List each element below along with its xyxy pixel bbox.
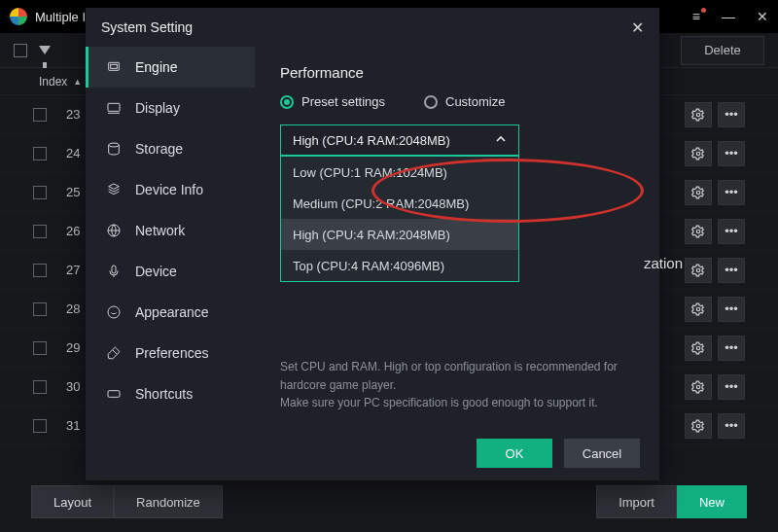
svg-rect-17 [108, 391, 120, 398]
sidebar-item-label: Network [135, 223, 185, 238]
network-icon [106, 223, 122, 238]
minimize-icon[interactable]: — [722, 10, 735, 23]
sidebar-item-storage[interactable]: Storage [86, 128, 255, 169]
sidebar-item-label: Device [135, 264, 177, 279]
performance-panel: Performance Preset settings Customize Hi… [255, 47, 659, 426]
sidebar-item-engine[interactable]: Engine [86, 47, 255, 88]
ok-button[interactable]: OK [477, 439, 552, 468]
row-checkbox[interactable] [33, 264, 47, 277]
modal-header: System Setting ✕ [86, 8, 659, 47]
radio-off-icon [424, 95, 438, 109]
gear-icon[interactable] [685, 336, 712, 361]
sidebar-item-label: Display [135, 100, 180, 116]
preset-dropdown: Low (CPU:1 RAM:1024MB)Medium (CPU:2 RAM:… [280, 156, 519, 282]
preset-combo[interactable]: High (CPU:4 RAM:2048MB) Low (CPU:1 RAM:1… [280, 124, 519, 156]
cancel-button[interactable]: Cancel [564, 439, 640, 468]
customize-radio[interactable]: Customize [424, 94, 505, 109]
row-checkbox[interactable] [33, 302, 47, 316]
modal-title: System Setting [101, 19, 193, 35]
display-icon [106, 100, 122, 116]
gear-icon[interactable] [685, 180, 712, 205]
sidebar-item-shortcuts[interactable]: Shortcuts [86, 373, 255, 414]
svg-point-13 [109, 143, 120, 147]
delete-button[interactable]: Delete [681, 36, 764, 65]
preset-radio[interactable]: Preset settings [280, 94, 385, 109]
dropdown-option[interactable]: Top (CPU:4 RAM:4096MB) [281, 250, 518, 281]
sidebar-item-display[interactable]: Display [86, 88, 255, 128]
sidebar-item-label: Device Info [135, 182, 203, 197]
sidebar-item-preferences[interactable]: Preferences [86, 333, 255, 373]
device-info-icon [106, 182, 122, 197]
settings-sidebar: EngineDisplayStorageDevice InfoNetworkDe… [86, 47, 255, 426]
svg-rect-15 [112, 266, 116, 273]
hamburger-icon[interactable]: ≡ [692, 10, 700, 23]
sort-asc-icon: ▲ [73, 77, 82, 87]
dropdown-option[interactable]: Medium (CPU:2 RAM:2048MB) [281, 188, 518, 219]
more-icon[interactable]: ••• [718, 413, 745, 439]
gear-icon[interactable] [685, 219, 712, 244]
more-icon[interactable]: ••• [718, 297, 745, 322]
gear-icon[interactable] [685, 374, 712, 400]
more-icon[interactable]: ••• [718, 258, 745, 283]
row-checkbox[interactable] [33, 225, 47, 238]
svg-point-7 [696, 385, 700, 389]
row-checkbox[interactable] [33, 341, 47, 355]
background-text-fragment: zation [644, 255, 683, 271]
gear-icon[interactable] [685, 413, 712, 439]
settings-modal: System Setting ✕ EngineDisplayStorageDev… [86, 8, 659, 480]
row-checkbox[interactable] [33, 380, 47, 394]
more-icon[interactable]: ••• [718, 374, 745, 400]
close-icon[interactable]: ✕ [757, 10, 768, 23]
new-button[interactable]: New [677, 485, 747, 518]
gear-icon[interactable] [685, 141, 712, 166]
panel-heading: Performance [280, 64, 634, 81]
modal-footer: OK Cancel [86, 426, 659, 480]
gear-icon[interactable] [685, 258, 712, 283]
storage-icon [106, 141, 122, 157]
import-button[interactable]: Import [596, 485, 677, 518]
chevron-up-icon [495, 133, 507, 148]
svg-rect-11 [108, 103, 120, 111]
sidebar-item-appearance[interactable]: Appearance [86, 292, 255, 333]
sidebar-item-label: Storage [135, 141, 183, 157]
modal-close-icon[interactable]: ✕ [631, 18, 644, 37]
row-checkbox[interactable] [33, 147, 47, 160]
radio-on-icon [280, 95, 294, 109]
svg-point-2 [696, 191, 700, 195]
sidebar-item-label: Engine [135, 59, 178, 75]
footer: Layout Randomize Import New [0, 483, 778, 520]
app-logo-icon [10, 8, 27, 25]
sidebar-item-network[interactable]: Network [86, 210, 255, 251]
row-checkbox[interactable] [33, 108, 47, 122]
randomize-button[interactable]: Randomize [114, 485, 223, 518]
svg-point-6 [696, 346, 700, 350]
more-icon[interactable]: ••• [718, 141, 745, 166]
device-icon [106, 264, 122, 279]
sidebar-item-device-info[interactable]: Device Info [86, 169, 255, 210]
dropdown-option[interactable]: High (CPU:4 RAM:2048MB) [281, 219, 518, 250]
window-controls: ≡ — ✕ [692, 10, 768, 23]
sidebar-item-label: Appearance [135, 304, 209, 320]
select-all-checkbox[interactable] [14, 44, 27, 57]
more-icon[interactable]: ••• [718, 219, 745, 244]
preferences-icon [106, 345, 122, 361]
dropdown-option[interactable]: Low (CPU:1 RAM:1024MB) [281, 157, 518, 188]
more-icon[interactable]: ••• [718, 336, 745, 361]
row-checkbox[interactable] [33, 186, 47, 199]
more-icon[interactable]: ••• [718, 102, 745, 127]
more-icon[interactable]: ••• [718, 180, 745, 205]
index-column-header: Index [39, 75, 67, 89]
sidebar-item-label: Shortcuts [135, 386, 193, 402]
filter-icon[interactable] [39, 46, 51, 54]
svg-point-16 [108, 306, 120, 318]
sidebar-item-device[interactable]: Device [86, 251, 255, 292]
layout-button[interactable]: Layout [31, 485, 114, 518]
svg-point-4 [696, 268, 700, 272]
hint-text: Set CPU and RAM. High or top configurati… [280, 358, 634, 412]
svg-point-1 [696, 152, 700, 156]
shortcuts-icon [106, 386, 122, 402]
appearance-icon [106, 304, 122, 320]
gear-icon[interactable] [685, 102, 712, 127]
gear-icon[interactable] [685, 297, 712, 322]
row-checkbox[interactable] [33, 419, 47, 433]
